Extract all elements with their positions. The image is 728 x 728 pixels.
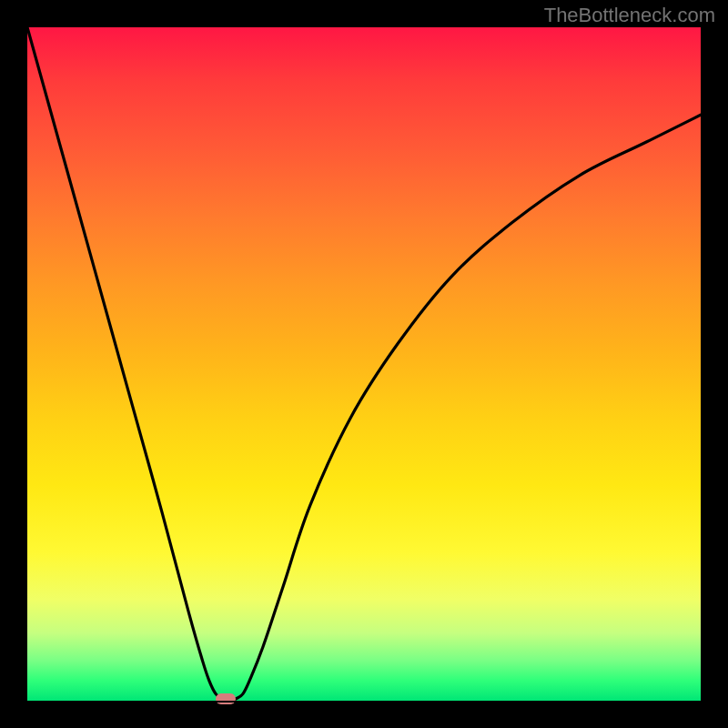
chart-canvas <box>27 27 701 701</box>
bottleneck-curve <box>27 27 701 701</box>
watermark-text: TheBottleneck.com <box>544 4 715 27</box>
x-axis-line <box>27 701 701 703</box>
